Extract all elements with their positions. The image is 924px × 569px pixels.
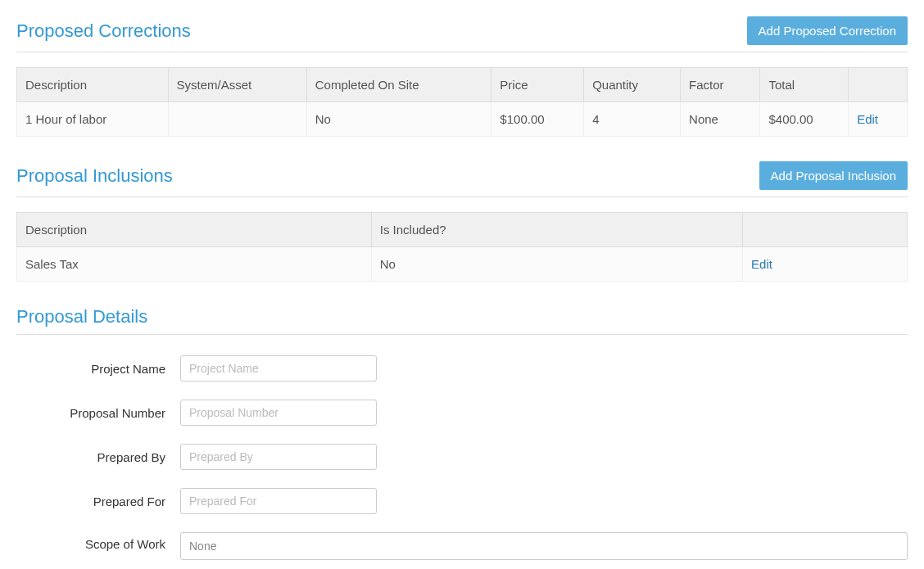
label-project-name: Project Name xyxy=(16,362,180,376)
inclusions-table: Description Is Included? Sales Tax No Ed… xyxy=(16,212,908,282)
col-completed: Completed On Site xyxy=(306,68,491,102)
cell-is-included: No xyxy=(371,247,742,282)
proposal-details-section: Proposal Details Project Name Proposal N… xyxy=(16,306,908,560)
section-title: Proposed Corrections xyxy=(16,20,191,42)
label-prepared-for: Prepared For xyxy=(16,494,180,508)
cell-factor: None xyxy=(681,102,760,137)
label-prepared-by: Prepared By xyxy=(16,450,180,464)
proposed-corrections-section: Proposed Corrections Add Proposed Correc… xyxy=(16,16,908,137)
label-scope-of-work: Scope of Work xyxy=(16,532,180,551)
col-is-included: Is Included? xyxy=(371,213,742,247)
form-row-prepared-for: Prepared For xyxy=(16,488,908,514)
prepared-for-input[interactable] xyxy=(180,488,377,514)
section-title: Proposal Inclusions xyxy=(16,165,173,187)
section-header: Proposed Corrections Add Proposed Correc… xyxy=(16,16,908,52)
prepared-by-input[interactable] xyxy=(180,444,377,470)
proposal-number-input[interactable] xyxy=(180,400,377,426)
table-row: Sales Tax No Edit xyxy=(17,247,908,282)
form-row-project-name: Project Name xyxy=(16,355,908,382)
col-total: Total xyxy=(760,68,849,102)
section-header: Proposal Details xyxy=(16,306,908,335)
cell-total: $400.00 xyxy=(760,102,849,137)
cell-description: 1 Hour of labor xyxy=(17,102,169,137)
col-price: Price xyxy=(491,68,584,102)
cell-description: Sales Tax xyxy=(17,247,372,282)
cell-price: $100.00 xyxy=(491,102,584,137)
form-row-prepared-by: Prepared By xyxy=(16,444,908,470)
col-description: Description xyxy=(17,68,169,102)
edit-link[interactable]: Edit xyxy=(857,112,878,126)
project-name-input[interactable] xyxy=(180,355,377,382)
corrections-table: Description System/Asset Completed On Si… xyxy=(16,67,908,137)
col-factor: Factor xyxy=(681,68,760,102)
section-title: Proposal Details xyxy=(16,306,908,327)
add-proposed-correction-button[interactable]: Add Proposed Correction xyxy=(747,16,908,45)
cell-completed: No xyxy=(306,102,491,137)
label-proposal-number: Proposal Number xyxy=(16,406,180,420)
edit-link[interactable]: Edit xyxy=(751,257,772,271)
proposal-inclusions-section: Proposal Inclusions Add Proposal Inclusi… xyxy=(16,161,908,282)
table-header-row: Description Is Included? xyxy=(17,213,908,247)
cell-quantity: 4 xyxy=(584,102,681,137)
add-proposal-inclusion-button[interactable]: Add Proposal Inclusion xyxy=(759,161,908,190)
cell-system-asset xyxy=(168,102,306,137)
scope-of-work-field[interactable]: None xyxy=(180,532,908,560)
col-description: Description xyxy=(17,213,372,247)
form-row-proposal-number: Proposal Number xyxy=(16,400,908,426)
section-header: Proposal Inclusions Add Proposal Inclusi… xyxy=(16,161,908,197)
form-row-scope-of-work: Scope of Work None xyxy=(16,532,908,560)
col-actions xyxy=(849,68,908,102)
table-header-row: Description System/Asset Completed On Si… xyxy=(17,68,908,102)
col-system-asset: System/Asset xyxy=(168,68,306,102)
col-actions xyxy=(743,213,908,247)
table-row: 1 Hour of labor No $100.00 4 None $400.0… xyxy=(17,102,908,137)
col-quantity: Quantity xyxy=(584,68,681,102)
